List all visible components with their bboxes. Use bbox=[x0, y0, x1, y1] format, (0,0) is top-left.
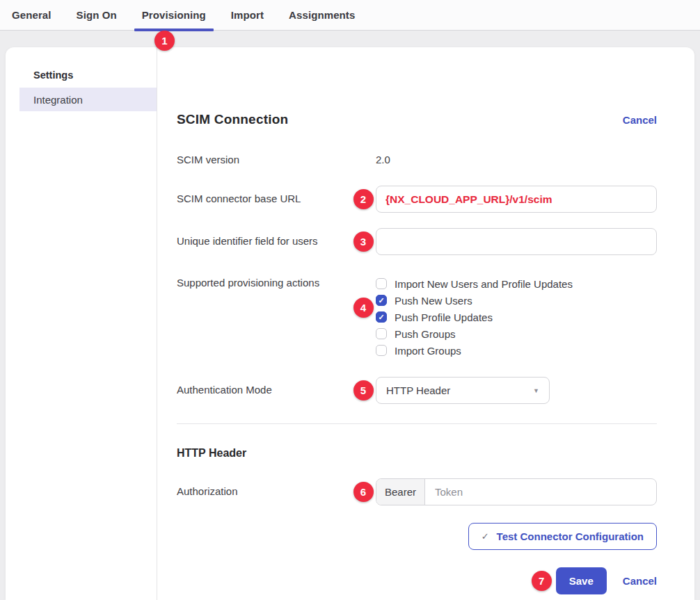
checkbox-import-groups[interactable]: ✓ Import Groups bbox=[376, 342, 657, 359]
checkbox-label: Push Profile Updates bbox=[395, 311, 493, 323]
tab-label: Provisioning bbox=[142, 9, 206, 21]
base-url-label: SCIM connector base URL bbox=[177, 186, 351, 204]
http-header-section-title: HTTP Header bbox=[177, 447, 657, 460]
check-icon: ✓ bbox=[378, 297, 384, 305]
test-button-label: Test Connector Configuration bbox=[497, 530, 644, 542]
app-tabbar: General Sign On Provisioning Import Assi… bbox=[0, 0, 700, 31]
sidebar-item-integration[interactable]: Integration bbox=[19, 88, 157, 111]
authorization-label: Authorization bbox=[177, 478, 351, 497]
check-icon: ✓ bbox=[482, 531, 489, 542]
annotation-badge-7: 7 bbox=[532, 571, 552, 591]
authentication-mode-row: Authentication Mode 5 HTTP Header ▼ bbox=[177, 377, 657, 404]
section-divider bbox=[177, 423, 657, 424]
checkbox-label: Import New Users and Profile Updates bbox=[395, 278, 573, 290]
authentication-mode-label: Authentication Mode bbox=[177, 377, 351, 396]
settings-card: Settings Integration SCIM Connection Can… bbox=[6, 47, 694, 600]
annotation-badge-1: 1 bbox=[154, 31, 175, 51]
tab-label: Import bbox=[231, 9, 264, 21]
annotation-badge-6: 6 bbox=[353, 482, 374, 502]
authorization-row: Authorization 6 Bearer bbox=[177, 478, 657, 505]
checkbox-box[interactable]: ✓ bbox=[376, 345, 387, 356]
checkbox-label: Push Groups bbox=[395, 328, 456, 340]
cancel-link-top[interactable]: Cancel bbox=[623, 114, 657, 126]
scim-version-label: SCIM version bbox=[177, 154, 351, 165]
settings-sidebar: Settings Integration bbox=[6, 47, 157, 600]
tab-label: General bbox=[12, 9, 51, 21]
unique-identifier-input[interactable] bbox=[376, 228, 657, 255]
provisioning-actions-label: Supported provisioning actions bbox=[177, 275, 351, 289]
checkbox-box[interactable]: ✓ bbox=[376, 278, 387, 289]
token-input[interactable] bbox=[425, 479, 656, 505]
tab-label: Assignments bbox=[289, 9, 355, 21]
checkbox-label: Import Groups bbox=[395, 345, 461, 357]
unique-identifier-label: Unique identifier field for users bbox=[177, 228, 351, 247]
tab-provisioning[interactable]: Provisioning bbox=[142, 0, 206, 30]
annotation-badge-5: 5 bbox=[353, 380, 374, 400]
check-icon: ✓ bbox=[378, 314, 384, 321]
tab-label: Sign On bbox=[77, 9, 117, 21]
sidebar-item-label: Integration bbox=[33, 94, 83, 106]
tab-general[interactable]: General bbox=[12, 0, 51, 30]
checkbox-push-profile-updates[interactable]: ✓ Push Profile Updates bbox=[376, 309, 657, 325]
checkbox-push-new-users[interactable]: ✓ Push New Users bbox=[376, 292, 657, 309]
base-url-input[interactable] bbox=[376, 186, 657, 213]
chevron-down-icon: ▼ bbox=[533, 387, 539, 394]
tab-import[interactable]: Import bbox=[231, 0, 264, 30]
scim-version-row: SCIM version 2.0 bbox=[177, 154, 657, 165]
checkbox-import-new-users[interactable]: ✓ Import New Users and Profile Updates bbox=[376, 275, 657, 292]
selected-option: HTTP Header bbox=[386, 384, 450, 396]
sidebar-header: Settings bbox=[33, 70, 157, 81]
provisioning-actions-row: Supported provisioning actions 4 ✓ Impor… bbox=[177, 275, 657, 359]
checkbox-box[interactable]: ✓ bbox=[376, 328, 387, 339]
checkbox-box[interactable]: ✓ bbox=[376, 311, 387, 323]
scim-connection-form: SCIM Connection Cancel SCIM version 2.0 … bbox=[157, 47, 694, 600]
page-title: SCIM Connection bbox=[177, 112, 288, 127]
base-url-row: SCIM connector base URL 2 bbox=[177, 186, 657, 213]
authorization-input-group: Bearer bbox=[376, 478, 657, 505]
save-button[interactable]: Save bbox=[556, 567, 607, 594]
checkbox-push-groups[interactable]: ✓ Push Groups bbox=[376, 325, 657, 342]
tab-assignments[interactable]: Assignments bbox=[289, 0, 355, 30]
checkbox-box[interactable]: ✓ bbox=[376, 295, 387, 306]
annotation-badge-3: 3 bbox=[353, 232, 374, 252]
annotation-badge-2: 2 bbox=[353, 189, 374, 209]
cancel-button[interactable]: Cancel bbox=[623, 575, 657, 587]
checkbox-label: Push New Users bbox=[395, 295, 472, 307]
scim-version-value: 2.0 bbox=[376, 154, 657, 165]
bearer-prefix: Bearer bbox=[376, 479, 425, 505]
annotation-badge-4: 4 bbox=[353, 298, 374, 318]
tab-sign-on[interactable]: Sign On bbox=[77, 0, 117, 30]
authentication-mode-select[interactable]: HTTP Header ▼ bbox=[376, 377, 550, 404]
unique-identifier-row: Unique identifier field for users 3 bbox=[177, 228, 657, 255]
test-connector-configuration-button[interactable]: ✓ Test Connector Configuration bbox=[468, 523, 657, 550]
